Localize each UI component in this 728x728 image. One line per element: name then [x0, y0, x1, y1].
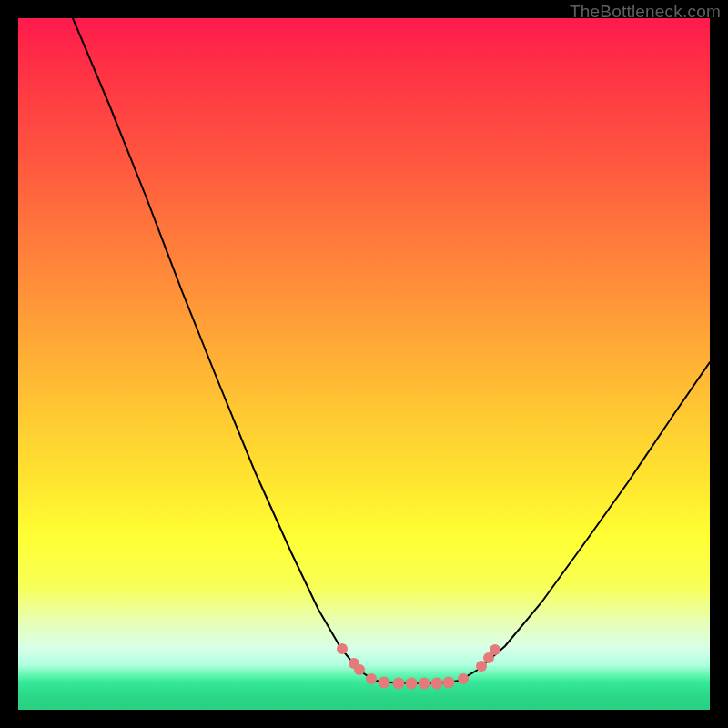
data-marker: [379, 677, 390, 689]
data-marker: [354, 664, 365, 675]
chart-plot-area: [18, 18, 710, 710]
data-marker: [431, 678, 443, 690]
data-marker: [419, 678, 430, 690]
data-marker: [490, 644, 500, 655]
data-marker: [393, 678, 405, 690]
data-marker: [476, 661, 487, 672]
chart-frame: TheBottleneck.com: [0, 0, 728, 728]
data-marker: [406, 678, 418, 690]
data-marker: [458, 673, 469, 684]
bottleneck-curve: [18, 18, 710, 710]
data-marker: [337, 643, 348, 654]
data-marker: [443, 677, 455, 689]
data-marker: [366, 673, 377, 684]
watermark-label: TheBottleneck.com: [570, 2, 721, 22]
